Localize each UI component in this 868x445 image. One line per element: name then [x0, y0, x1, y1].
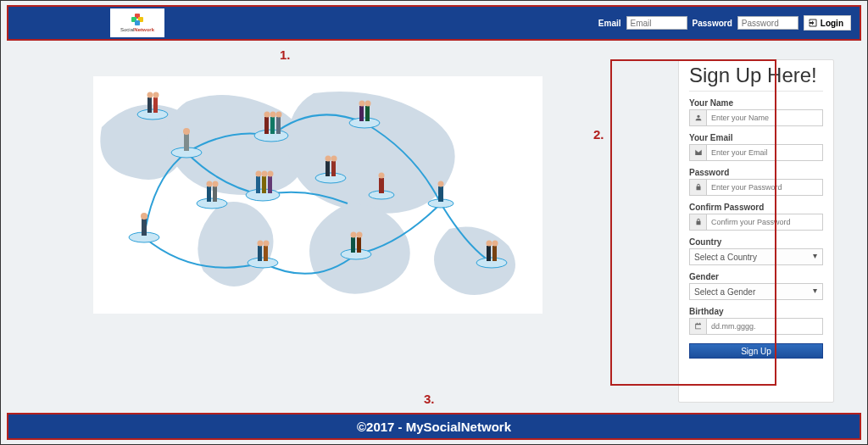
svg-point-14	[207, 181, 213, 187]
gender-select[interactable]: Select a Gender	[689, 283, 823, 300]
svg-rect-57	[487, 246, 491, 261]
svg-rect-19	[276, 117, 281, 134]
gender-label: Gender	[689, 272, 823, 281]
login-form: Email Password Login	[598, 15, 851, 31]
svg-rect-17	[264, 117, 269, 134]
svg-point-52	[379, 173, 385, 179]
svg-rect-54	[438, 186, 443, 202]
svg-point-33	[258, 241, 264, 247]
svg-rect-8	[153, 97, 158, 113]
country-selected-value: Select a Country	[694, 253, 757, 262]
svg-rect-13	[213, 186, 217, 202]
svg-point-6	[137, 109, 168, 120]
confirm-password-input[interactable]	[707, 214, 822, 230]
svg-rect-47	[357, 237, 361, 253]
lock-icon	[690, 214, 707, 230]
svg-rect-24	[256, 176, 260, 193]
footer-text: ©2017 - MySocialNetwork	[357, 420, 511, 434]
email-input-top[interactable]	[626, 16, 687, 30]
svg-point-22	[276, 112, 282, 118]
logo-text: SocialNetwork	[120, 27, 154, 32]
password-input-top[interactable]	[737, 16, 798, 30]
country-label: Country	[689, 237, 823, 247]
svg-rect-46	[351, 237, 355, 253]
svg-point-27	[256, 171, 262, 177]
login-icon	[808, 18, 818, 28]
name-label: Your Name	[689, 98, 823, 108]
svg-point-40	[349, 118, 380, 128]
svg-rect-7	[147, 97, 152, 113]
svg-point-38	[326, 156, 331, 162]
svg-point-11	[197, 198, 227, 209]
envelope-icon	[690, 145, 707, 160]
svg-point-55	[438, 181, 444, 187]
lock-icon	[690, 180, 707, 195]
svg-point-5	[183, 128, 190, 135]
svg-point-10	[153, 92, 159, 98]
email-label-signup: Your Email	[689, 133, 823, 142]
svg-rect-12	[207, 186, 211, 202]
svg-rect-37	[331, 161, 336, 176]
svg-point-48	[351, 232, 357, 238]
svg-point-2	[141, 213, 147, 220]
svg-rect-58	[492, 246, 497, 261]
svg-point-39	[331, 156, 337, 162]
svg-point-9	[147, 92, 153, 98]
password-label-signup: Password	[689, 168, 823, 177]
svg-point-15	[213, 181, 219, 187]
svg-point-35	[315, 173, 346, 183]
logo-icon	[131, 14, 143, 25]
svg-point-29	[268, 171, 274, 177]
birthday-label: Birthday	[689, 307, 823, 316]
svg-point-20	[264, 112, 270, 118]
svg-point-60	[492, 241, 498, 247]
birthday-input[interactable]	[707, 319, 822, 334]
svg-point-56	[476, 258, 507, 268]
svg-point-28	[262, 171, 268, 177]
user-icon	[690, 110, 707, 125]
password-label: Password	[693, 19, 732, 28]
svg-point-43	[359, 101, 365, 107]
svg-rect-26	[268, 176, 272, 193]
navbar: SocialNetwork Email Password Login	[7, 5, 861, 41]
hero-illustration	[93, 76, 542, 314]
svg-rect-18	[270, 117, 275, 134]
svg-rect-25	[262, 176, 266, 193]
svg-rect-41	[359, 106, 364, 121]
svg-point-34	[264, 241, 270, 247]
svg-rect-51	[379, 178, 384, 193]
site-logo[interactable]: SocialNetwork	[110, 8, 164, 37]
calendar-icon	[690, 319, 707, 334]
confirm-password-label: Confirm Password	[689, 203, 823, 212]
svg-rect-42	[365, 106, 370, 121]
email-label: Email	[598, 19, 621, 28]
login-button-label: Login	[821, 19, 843, 28]
svg-point-59	[487, 241, 492, 247]
svg-point-49	[357, 232, 363, 238]
signup-title: Sign Up Here!	[689, 64, 823, 92]
svg-rect-32	[264, 246, 268, 261]
svg-point-45	[341, 249, 371, 259]
signup-submit-button[interactable]: Sign Up	[689, 343, 823, 359]
password-input[interactable]	[707, 180, 822, 195]
svg-point-21	[270, 112, 276, 118]
name-input[interactable]	[707, 110, 822, 125]
gender-selected-value: Select a Gender	[694, 287, 755, 297]
signup-panel: Sign Up Here! Your Name Your Email Passw…	[678, 59, 834, 403]
svg-point-44	[365, 101, 371, 107]
svg-rect-4	[184, 134, 189, 151]
svg-rect-31	[258, 246, 262, 261]
login-button[interactable]: Login	[804, 15, 851, 31]
svg-rect-36	[326, 161, 330, 176]
footer: ©2017 - MySocialNetwork	[7, 413, 861, 440]
email-input[interactable]	[707, 145, 822, 160]
country-select[interactable]: Select a Country	[689, 248, 823, 265]
svg-rect-1	[142, 219, 147, 236]
svg-point-30	[248, 258, 278, 268]
